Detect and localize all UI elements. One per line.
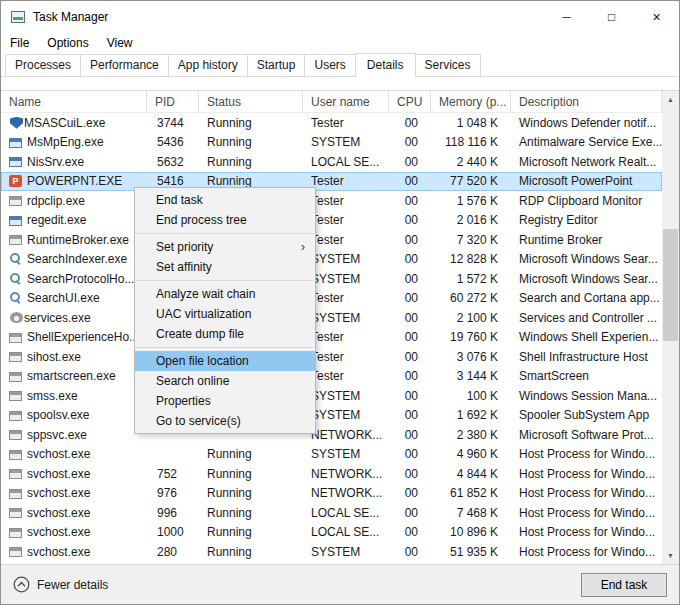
minimize-button[interactable]: ─ bbox=[544, 1, 589, 32]
vertical-scrollbar[interactable]: ▲ ▼ bbox=[662, 91, 679, 564]
cell-mem: 77 520 K bbox=[431, 172, 511, 192]
scrollbar-thumb[interactable] bbox=[663, 229, 678, 341]
table-row[interactable]: spoolsv.exeSYSTEM001 692 KSpooler SubSys… bbox=[1, 406, 662, 426]
process-name: svchost.exe bbox=[27, 447, 90, 461]
close-button[interactable]: × bbox=[634, 1, 679, 32]
table-row[interactable]: svchost.exe996RunningLOCAL SE...007 468 … bbox=[1, 503, 662, 523]
process-name: svchost.exe bbox=[27, 525, 90, 539]
menu-item-search-online[interactable]: Search online bbox=[135, 371, 315, 391]
footer-bar: Fewer details End task bbox=[1, 564, 679, 604]
menu-item-set-priority[interactable]: Set priority› bbox=[135, 237, 315, 257]
table-row[interactable]: POWERPNT.EXE5416RunningTester0077 520 KM… bbox=[1, 172, 662, 192]
table-row[interactable]: MsMpEng.exe5436RunningSYSTEM00118 116 KA… bbox=[1, 133, 662, 153]
cell-desc: Microsoft Software Prot... bbox=[511, 425, 662, 445]
task-manager-icon[interactable] bbox=[11, 11, 25, 23]
search-icon bbox=[9, 253, 22, 265]
menu-item-end-process-tree[interactable]: End process tree bbox=[135, 210, 315, 230]
column-header-3[interactable]: User name bbox=[303, 91, 389, 112]
fewer-details-toggle[interactable]: Fewer details bbox=[13, 576, 108, 593]
column-header-0[interactable]: Name bbox=[1, 91, 147, 112]
cell-name: svchost.exe bbox=[1, 503, 147, 523]
menu-item-go-to-service-s-[interactable]: Go to service(s) bbox=[135, 411, 315, 431]
table-row[interactable]: NisSrv.exe5632RunningLOCAL SE...002 440 … bbox=[1, 152, 662, 172]
column-header-1[interactable]: PID bbox=[147, 91, 199, 112]
table-row[interactable]: SearchProtocolHo...SYSTEM001 572 KMicros… bbox=[1, 269, 662, 289]
cell-cpu: 00 bbox=[389, 191, 431, 211]
cell-status: Running bbox=[199, 542, 303, 562]
cell-desc: Host Process for Windo... bbox=[511, 484, 662, 504]
tab-performance[interactable]: Performance bbox=[80, 54, 169, 76]
table-row[interactable]: svchost.exe280RunningSYSTEM0051 935 KHos… bbox=[1, 542, 662, 562]
menu-item-properties[interactable]: Properties bbox=[135, 391, 315, 411]
tab-startup[interactable]: Startup bbox=[247, 54, 306, 76]
app-blue-icon bbox=[9, 157, 22, 167]
menu-item-create-dump-file[interactable]: Create dump file bbox=[135, 324, 315, 344]
scroll-up-icon[interactable]: ▲ bbox=[662, 91, 679, 108]
menu-item-open-file-location[interactable]: Open file location bbox=[135, 351, 315, 371]
cell-desc: Search and Cortana app... bbox=[511, 289, 662, 309]
menu-options[interactable]: Options bbox=[38, 34, 97, 52]
column-header-2[interactable]: Status bbox=[199, 91, 303, 112]
table-row[interactable]: MSASCuiL.exe3744RunningTester001 048 KWi… bbox=[1, 113, 662, 133]
tab-processes[interactable]: Processes bbox=[5, 54, 81, 76]
cell-user: LOCAL SE... bbox=[303, 503, 389, 523]
table-row[interactable]: svchost.exe1000RunningLOCAL SE...0010 89… bbox=[1, 523, 662, 543]
table-row[interactable]: services.exeSYSTEM002 100 KServices and … bbox=[1, 308, 662, 328]
cell-cpu: 00 bbox=[389, 445, 431, 465]
cell-mem: 4 844 K bbox=[431, 464, 511, 484]
cell-name: svchost.exe bbox=[1, 523, 147, 543]
cell-cpu: 00 bbox=[389, 113, 431, 133]
end-task-button[interactable]: End task bbox=[581, 573, 667, 597]
scroll-down-icon[interactable]: ▼ bbox=[662, 547, 679, 564]
table-row[interactable]: smss.exeSYSTEM00100 KWindows Session Man… bbox=[1, 386, 662, 406]
table-row[interactable]: regedit.exeTester002 016 KRegistry Edito… bbox=[1, 211, 662, 231]
table-row[interactable]: SearchUI.exeTester0060 272 KSearch and C… bbox=[1, 289, 662, 309]
cell-name: svchost.exe bbox=[1, 445, 147, 465]
process-name: spoolsv.exe bbox=[27, 408, 89, 422]
table-row[interactable]: svchost.exe752RunningNETWORK...004 844 K… bbox=[1, 464, 662, 484]
tab-services[interactable]: Services bbox=[415, 54, 481, 76]
app-gray-icon bbox=[9, 372, 22, 382]
table-row[interactable]: sihost.exeTester003 076 KShell Infrastru… bbox=[1, 347, 662, 367]
cell-name: ShellExperienceHo... bbox=[1, 328, 147, 348]
table-row[interactable]: rdpclip.exeTester001 576 KRDP Clipboard … bbox=[1, 191, 662, 211]
cell-desc: Runtime Broker bbox=[511, 230, 662, 250]
column-header-4[interactable]: CPU bbox=[389, 91, 431, 112]
menu-item-analyze-wait-chain[interactable]: Analyze wait chain bbox=[135, 284, 315, 304]
cell-mem: 3 144 K bbox=[431, 367, 511, 387]
table-row[interactable]: SearchIndexer.exeSYSTEM0012 828 KMicroso… bbox=[1, 250, 662, 270]
table-row[interactable]: smartscreen.exeTester003 144 KSmartScree… bbox=[1, 367, 662, 387]
table-row[interactable]: RuntimeBroker.exeTester007 320 KRuntime … bbox=[1, 230, 662, 250]
menu-view[interactable]: View bbox=[98, 34, 142, 52]
tab-users[interactable]: Users bbox=[304, 54, 355, 76]
cell-name: SearchProtocolHo... bbox=[1, 269, 147, 289]
menu-file[interactable]: File bbox=[1, 34, 38, 52]
table-row[interactable]: svchost.exe976RunningNETWORK...0061 852 … bbox=[1, 484, 662, 504]
column-header-6[interactable]: Description bbox=[511, 91, 662, 112]
table-row[interactable]: svchost.exeRunningSYSTEM004 960 KHost Pr… bbox=[1, 445, 662, 465]
search-icon bbox=[9, 273, 22, 285]
tab-details[interactable]: Details bbox=[355, 53, 416, 77]
cell-pid: 5632 bbox=[147, 152, 199, 172]
maximize-button[interactable]: □ bbox=[589, 1, 634, 32]
cell-name: services.exe bbox=[1, 308, 147, 328]
cell-mem: 61 852 K bbox=[431, 484, 511, 504]
cell-cpu: 00 bbox=[389, 347, 431, 367]
cell-desc: Windows Shell Experien... bbox=[511, 328, 662, 348]
menu-item-uac-virtualization[interactable]: UAC virtualization bbox=[135, 304, 315, 324]
cell-status: Running bbox=[199, 484, 303, 504]
tab-app-history[interactable]: App history bbox=[168, 54, 248, 76]
menu-item-set-affinity[interactable]: Set affinity bbox=[135, 257, 315, 277]
cell-user: LOCAL SE... bbox=[303, 523, 389, 543]
menu-item-end-task[interactable]: End task bbox=[135, 190, 315, 210]
cell-name: MSASCuiL.exe bbox=[1, 113, 147, 133]
cell-desc: Windows Session Mana... bbox=[511, 386, 662, 406]
table-row[interactable]: sppsvc.exeNETWORK...002 380 KMicrosoft S… bbox=[1, 425, 662, 445]
fewer-details-icon bbox=[13, 576, 30, 593]
cell-pid: 280 bbox=[147, 542, 199, 562]
cell-pid: 5436 bbox=[147, 133, 199, 153]
table-row[interactable]: ShellExperienceHo...Tester0019 760 KWind… bbox=[1, 328, 662, 348]
cell-cpu: 00 bbox=[389, 367, 431, 387]
cell-cpu: 00 bbox=[389, 484, 431, 504]
column-header-5[interactable]: Memory (p... bbox=[431, 91, 511, 112]
